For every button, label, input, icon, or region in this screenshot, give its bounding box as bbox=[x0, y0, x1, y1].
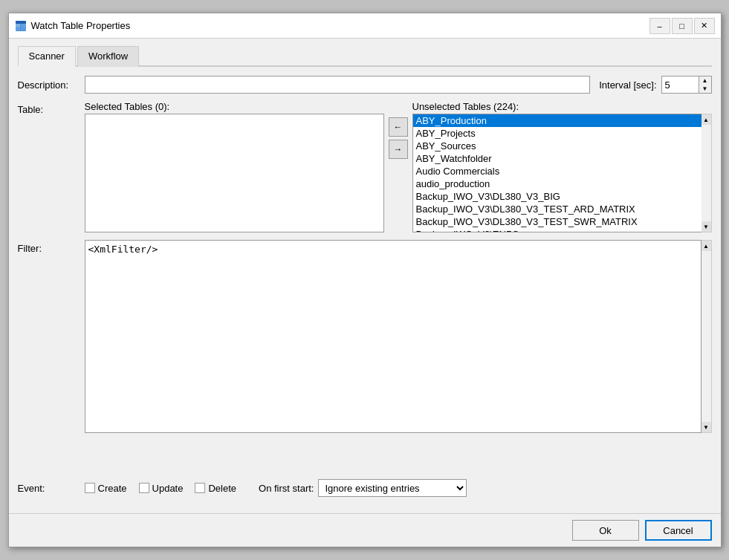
dialog-body: Scanner Workflow Description: Interval [… bbox=[9, 39, 721, 513]
selected-tables-list[interactable] bbox=[85, 114, 384, 232]
title-bar: Watch Table Properties – □ ✕ bbox=[9, 13, 721, 39]
minimize-button[interactable]: – bbox=[649, 18, 670, 34]
svg-rect-3 bbox=[21, 24, 26, 27]
unselected-table-item[interactable]: ABY_Projects bbox=[413, 127, 702, 140]
unselected-table-item[interactable]: Backup_IWO_V3\DL380_V3_TEST_ARD_MATRIX bbox=[413, 203, 702, 215]
move-left-button[interactable]: ← bbox=[389, 117, 408, 137]
dialog: Watch Table Properties – □ ✕ Scanner Wor… bbox=[8, 13, 722, 547]
interval-input[interactable] bbox=[661, 76, 699, 94]
tab-workflow[interactable]: Workflow bbox=[77, 46, 139, 67]
dialog-title: Watch Table Properties bbox=[31, 20, 131, 31]
filter-scroll-down[interactable]: ▼ bbox=[702, 422, 711, 432]
selected-tables-label: Selected Tables (0): bbox=[85, 101, 384, 112]
event-row: Event: Create Update Delete On first sta… bbox=[18, 479, 712, 497]
tabs: Scanner Workflow bbox=[18, 45, 712, 67]
arrow-buttons: ← → bbox=[389, 101, 408, 159]
filter-row: Filter: ▲ ▼ bbox=[18, 240, 712, 472]
title-controls: – □ ✕ bbox=[649, 18, 715, 34]
title-bar-left: Watch Table Properties bbox=[15, 20, 131, 32]
filter-scroll-up[interactable]: ▲ bbox=[702, 241, 711, 251]
delete-checkbox-item[interactable]: Delete bbox=[195, 483, 236, 494]
filter-container: ▲ ▼ bbox=[85, 240, 712, 433]
description-label: Description: bbox=[18, 79, 85, 91]
event-label: Event: bbox=[18, 483, 85, 494]
delete-checkbox[interactable] bbox=[195, 483, 205, 493]
scroll-down-button[interactable]: ▼ bbox=[702, 221, 711, 232]
filter-label: Filter: bbox=[18, 240, 85, 254]
table-label: Table: bbox=[18, 101, 85, 115]
unselected-table-item[interactable]: ABY_Sources bbox=[413, 140, 702, 152]
unselected-scrollbar[interactable]: ▲ ▼ bbox=[702, 114, 712, 232]
filter-scroll-track bbox=[702, 251, 711, 422]
description-input[interactable] bbox=[85, 76, 591, 94]
maximize-button[interactable]: □ bbox=[672, 18, 693, 34]
interval-label: Interval [sec]: bbox=[599, 79, 656, 91]
first-start-select[interactable]: Ignore existing entries Process existing… bbox=[318, 479, 467, 497]
ok-button[interactable]: Ok bbox=[572, 520, 639, 541]
first-start-label: On first start: bbox=[259, 483, 314, 494]
svg-rect-1 bbox=[16, 21, 26, 24]
tables-container: Selected Tables (0): ← → Unselected Tabl… bbox=[85, 101, 712, 232]
description-row: Description: Interval [sec]: ▲ ▼ bbox=[18, 76, 712, 94]
unselected-tables-label: Unselected Tables (224): bbox=[412, 101, 712, 112]
spin-up-button[interactable]: ▲ bbox=[699, 76, 711, 85]
create-checkbox-item[interactable]: Create bbox=[85, 483, 127, 494]
create-checkbox[interactable] bbox=[85, 483, 95, 493]
table-row: Table: Selected Tables (0): ← → Unselect… bbox=[18, 101, 712, 232]
table-icon bbox=[15, 20, 27, 32]
update-label: Update bbox=[152, 483, 184, 494]
spin-down-button[interactable]: ▼ bbox=[699, 85, 711, 93]
unselected-table-item[interactable]: ABY_Production bbox=[413, 114, 702, 127]
svg-rect-5 bbox=[21, 27, 26, 30]
unselected-table-item[interactable]: Audio Commercials bbox=[413, 165, 702, 178]
unselected-table-item[interactable]: ABY_Watchfolder bbox=[413, 152, 702, 165]
spin-buttons: ▲ ▼ bbox=[699, 76, 712, 94]
filter-textarea[interactable] bbox=[85, 240, 702, 433]
create-label: Create bbox=[98, 483, 127, 494]
dialog-footer: Ok Cancel bbox=[9, 513, 721, 547]
move-right-button[interactable]: → bbox=[389, 140, 408, 159]
delete-label: Delete bbox=[208, 483, 236, 494]
cancel-button[interactable]: Cancel bbox=[645, 520, 712, 541]
unselected-table-item[interactable]: Backup_IWO_V3\DL380_V3_BIG bbox=[413, 190, 702, 203]
unselected-tables-list[interactable]: ABY_ProductionABY_ProjectsABY_SourcesABY… bbox=[412, 114, 702, 232]
scroll-up-button[interactable]: ▲ bbox=[702, 114, 711, 125]
unselected-table-item[interactable]: Backup_IWO_V3\DL380_V3_TEST_SWR_MATRIX bbox=[413, 215, 702, 228]
tab-scanner[interactable]: Scanner bbox=[18, 46, 76, 67]
scroll-track bbox=[702, 125, 711, 221]
unselected-tables-scrollable: ABY_ProductionABY_ProjectsABY_SourcesABY… bbox=[412, 114, 712, 232]
filter-scrollbar[interactable]: ▲ ▼ bbox=[702, 240, 712, 433]
unselected-table-item[interactable]: audio_production bbox=[413, 178, 702, 190]
close-button[interactable]: ✕ bbox=[694, 18, 715, 34]
unselected-tables-section: Unselected Tables (224): ABY_ProductionA… bbox=[412, 101, 712, 232]
interval-spinner: ▲ ▼ bbox=[661, 76, 712, 94]
checkboxes: Create Update Delete bbox=[85, 483, 237, 494]
update-checkbox[interactable] bbox=[139, 483, 149, 493]
selected-tables-section: Selected Tables (0): bbox=[85, 101, 384, 232]
unselected-table-item[interactable]: Backup_IWO_V3\ENPS bbox=[413, 228, 702, 232]
svg-rect-2 bbox=[16, 24, 20, 27]
svg-rect-4 bbox=[16, 27, 20, 30]
update-checkbox-item[interactable]: Update bbox=[139, 483, 184, 494]
